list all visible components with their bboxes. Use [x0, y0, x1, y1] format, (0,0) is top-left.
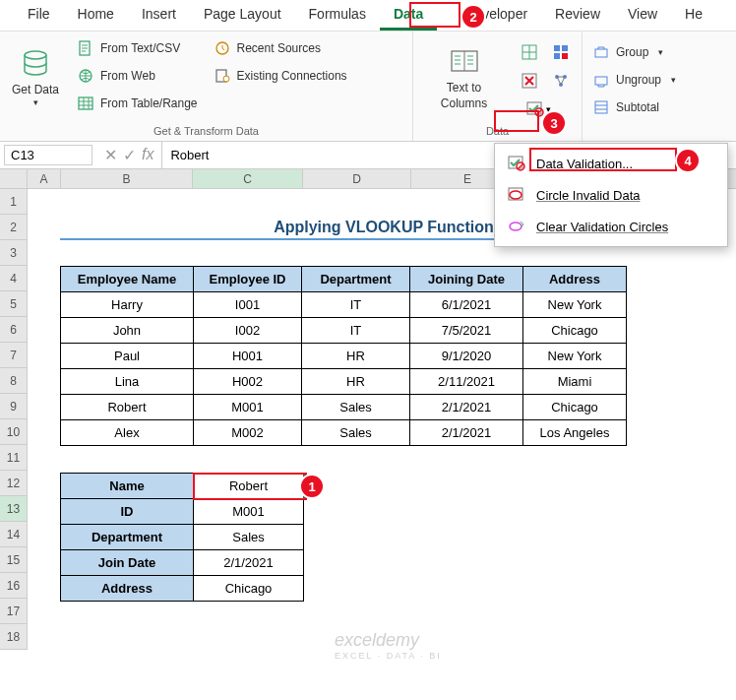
th-dept[interactable]: Department	[302, 267, 410, 292]
lookup-table: NameRobert IDM001 DepartmentSales Join D…	[60, 473, 304, 602]
row-10[interactable]: 10	[0, 419, 27, 445]
svg-point-6	[223, 76, 229, 82]
fx-icon[interactable]: fx	[142, 146, 153, 164]
col-b[interactable]: B	[61, 169, 193, 188]
th-emp-id[interactable]: Employee ID	[194, 267, 302, 292]
row-14[interactable]: 14	[0, 522, 27, 547]
row-9[interactable]: 9	[0, 394, 27, 419]
tab-formulas[interactable]: Formulas	[295, 0, 380, 31]
tab-view[interactable]: View	[614, 0, 671, 31]
row-15[interactable]: 15	[0, 547, 27, 573]
svg-rect-11	[554, 53, 560, 59]
svg-rect-19	[595, 49, 607, 57]
callout-4: 4	[677, 150, 699, 171]
tab-home[interactable]: Home	[64, 0, 128, 31]
svg-point-25	[510, 191, 521, 199]
table-header-row: Employee Name Employee ID Department Joi…	[61, 267, 627, 292]
lookup-row: AddressChicago	[61, 576, 304, 602]
row-11[interactable]: 11	[0, 445, 27, 471]
svg-rect-12	[562, 53, 568, 59]
select-all[interactable]	[0, 169, 28, 188]
relationships-icon[interactable]	[548, 70, 574, 92]
flash-fill-icon[interactable]	[517, 41, 542, 63]
consolidate-icon[interactable]	[548, 41, 574, 63]
connection-icon	[214, 67, 231, 85]
row-3[interactable]: 3	[0, 240, 27, 266]
globe-icon	[77, 67, 94, 85]
name-box[interactable]: C13	[4, 145, 92, 165]
row-7[interactable]: 7	[0, 343, 27, 368]
table-row: LinaH002HR2/11/2021Miami	[61, 369, 627, 395]
cells-area[interactable]: Applying VLOOKUP Function Employee Name …	[28, 189, 736, 650]
col-d[interactable]: D	[303, 169, 411, 188]
get-data-button[interactable]: Get Data ▾	[6, 35, 65, 123]
cancel-icon[interactable]: ✕	[104, 146, 117, 164]
database-icon	[20, 49, 51, 81]
th-join[interactable]: Joining Date	[410, 267, 523, 292]
th-emp-name[interactable]: Employee Name	[61, 267, 194, 292]
svg-rect-9	[554, 45, 560, 51]
from-table-range-button[interactable]: From Table/Range	[73, 91, 202, 116]
callout-2: 2	[462, 6, 484, 28]
employee-table: Employee Name Employee ID Department Joi…	[60, 266, 627, 446]
clock-icon	[214, 39, 231, 57]
row-16[interactable]: 16	[0, 573, 27, 599]
table-row: JohnI002IT7/5/2021Chicago	[61, 318, 627, 344]
callout-1: 1	[301, 476, 323, 497]
row-8[interactable]: 8	[0, 368, 27, 394]
subtotal-button[interactable]: Subtotal	[588, 95, 680, 120]
tab-data[interactable]: Data	[380, 0, 437, 31]
ribbon-tabs: File Home Insert Page Layout Formulas Da…	[0, 0, 736, 32]
from-text-csv-button[interactable]: From Text/CSV	[73, 35, 202, 61]
row-5[interactable]: 5	[0, 291, 27, 317]
enter-icon[interactable]: ✓	[123, 146, 136, 164]
tab-file[interactable]: File	[14, 0, 64, 31]
table-row: AlexM002Sales2/1/2021Los Angeles	[61, 420, 627, 446]
ungroup-icon	[592, 71, 610, 89]
get-data-label: Get Data	[12, 83, 59, 98]
row-6[interactable]: 6	[0, 317, 27, 343]
cell-c13-selected[interactable]: Robert	[194, 474, 304, 499]
lookup-row: DepartmentSales	[61, 525, 304, 550]
svg-rect-20	[595, 77, 607, 85]
col-a[interactable]: A	[28, 169, 61, 188]
recent-sources-button[interactable]: Recent Sources	[210, 35, 351, 61]
text-to-columns-button[interactable]: Text to Columns	[419, 35, 509, 123]
row-17[interactable]: 17	[0, 599, 27, 624]
th-addr[interactable]: Address	[523, 267, 627, 292]
group-icon	[592, 43, 610, 61]
ungroup-button[interactable]: Ungroup ▾	[588, 67, 680, 93]
existing-connections-button[interactable]: Existing Connections	[210, 63, 351, 89]
group-label-get-transform: Get & Transform Data	[6, 123, 406, 139]
file-text-icon	[77, 39, 94, 57]
subtotal-icon	[592, 98, 610, 116]
group-button[interactable]: Group ▾	[588, 39, 680, 65]
tab-review[interactable]: Review	[541, 0, 614, 31]
col-c[interactable]: C	[193, 169, 303, 188]
svg-rect-3	[79, 97, 92, 109]
menu-circle-invalid[interactable]: Circle Invalid Data	[495, 179, 727, 211]
row-13[interactable]: 13	[0, 496, 27, 522]
callout-3: 3	[543, 112, 565, 134]
row-18[interactable]: 18	[0, 624, 27, 650]
remove-duplicates-icon[interactable]	[517, 70, 542, 92]
svg-point-26	[510, 223, 521, 230]
tab-page-layout[interactable]: Page Layout	[190, 0, 295, 31]
chevron-down-icon: ▾	[671, 75, 676, 85]
row-4[interactable]: 4	[0, 266, 27, 291]
row-1[interactable]: 1	[0, 189, 27, 215]
table-row: HarryI001IT6/1/2021New York	[61, 292, 627, 318]
from-web-button[interactable]: From Web	[73, 63, 202, 89]
circle-invalid-icon	[507, 185, 526, 205]
clear-circles-icon	[507, 217, 526, 236]
row-12[interactable]: 12	[0, 471, 27, 496]
tab-help-cut[interactable]: He	[671, 0, 716, 31]
chevron-down-icon: ▾	[658, 47, 663, 57]
menu-clear-circles[interactable]: Clear Validation Circles	[495, 211, 727, 242]
watermark: exceldemy EXCEL · DATA · BI	[335, 630, 442, 661]
row-2[interactable]: 2	[0, 215, 27, 240]
tab-insert[interactable]: Insert	[128, 0, 190, 31]
svg-rect-10	[562, 45, 568, 51]
chevron-down-icon: ▾	[33, 97, 38, 109]
svg-rect-21	[595, 101, 607, 113]
